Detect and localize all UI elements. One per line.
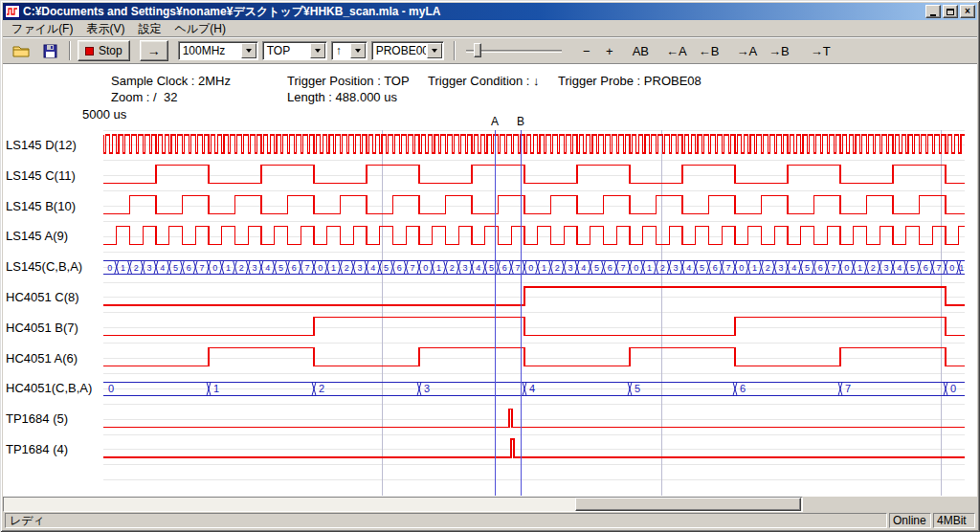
svg-text:0: 0 — [318, 263, 323, 273]
waveform-area[interactable]: 0123456701234567012345670123456701234567… — [103, 130, 965, 496]
svg-text:0: 0 — [844, 263, 849, 273]
svg-text:3: 3 — [463, 263, 468, 273]
status-memory: 4MBit — [933, 513, 975, 528]
svg-text:2: 2 — [660, 263, 665, 273]
minimize-button[interactable] — [925, 5, 941, 18]
svg-text:7: 7 — [200, 263, 205, 273]
trigger-position-text: Trigger Position : TOP — [287, 74, 410, 88]
toolbar-separator — [69, 41, 71, 60]
svg-text:6: 6 — [740, 383, 746, 394]
save-button[interactable] — [37, 40, 62, 61]
minimize-icon — [930, 14, 936, 16]
svg-text:5: 5 — [635, 383, 640, 394]
svg-text:7: 7 — [516, 263, 521, 273]
svg-text:0: 0 — [107, 263, 112, 273]
menubar: ファイル(F) 表示(V) 設定 ヘルプ(H) — [3, 20, 977, 37]
svg-text:4: 4 — [581, 263, 586, 273]
run-arrow-icon: → — [147, 43, 161, 58]
sample-clock-value: 100MHz — [179, 44, 240, 57]
svg-text:6: 6 — [502, 263, 507, 273]
horizontal-scrollbar[interactable] — [3, 497, 977, 512]
goto-a-left-button[interactable]: ←A — [662, 40, 691, 61]
scrollbar-thumb[interactable] — [575, 498, 801, 511]
svg-text:0: 0 — [950, 383, 956, 394]
svg-text:7: 7 — [726, 263, 731, 273]
svg-text:2: 2 — [871, 263, 876, 273]
svg-text:0: 0 — [739, 263, 744, 273]
svg-text:5: 5 — [278, 263, 283, 273]
svg-text:5: 5 — [594, 263, 599, 273]
menu-file[interactable]: ファイル(F) — [5, 20, 79, 38]
titlebar[interactable]: C:¥Documents and Settings¥noname¥デスクトップ¥… — [3, 3, 977, 20]
trigger-position-select[interactable]: TOP — [262, 41, 327, 60]
zoom-text: Zoom : / 32 — [111, 90, 177, 104]
goto-b-right-button[interactable]: →B — [765, 40, 793, 61]
svg-text:1: 1 — [542, 263, 546, 273]
svg-text:6: 6 — [292, 263, 297, 273]
folder-icon — [12, 44, 30, 58]
run-button[interactable]: → — [140, 40, 168, 61]
time-scale-label: 5000 us — [82, 107, 126, 122]
stop-icon — [85, 47, 94, 55]
svg-text:4: 4 — [686, 263, 691, 273]
slider-thumb[interactable] — [474, 43, 481, 57]
svg-text:6: 6 — [187, 263, 191, 273]
svg-text:7: 7 — [937, 263, 942, 273]
svg-text:0: 0 — [423, 263, 428, 273]
floppy-icon — [43, 44, 57, 58]
svg-text:0: 0 — [108, 383, 114, 394]
svg-text:5: 5 — [384, 263, 389, 273]
open-button[interactable] — [9, 40, 33, 61]
svg-text:2: 2 — [239, 263, 244, 273]
status-online: Online — [889, 513, 931, 528]
chevron-down-icon[interactable] — [310, 43, 325, 58]
svg-text:2: 2 — [555, 263, 560, 273]
menu-help[interactable]: ヘルプ(H) — [167, 20, 233, 38]
toolbar-separator — [454, 41, 456, 60]
maximize-button[interactable] — [943, 5, 958, 18]
stop-button[interactable]: Stop — [78, 40, 130, 61]
svg-text:1: 1 — [752, 263, 757, 273]
svg-text:4: 4 — [265, 263, 270, 273]
zoom-in-button[interactable]: + — [600, 40, 619, 61]
menu-view[interactable]: 表示(V) — [79, 20, 131, 38]
svg-text:0: 0 — [949, 263, 954, 273]
ab-button[interactable]: AB — [629, 40, 653, 61]
svg-text:6: 6 — [818, 263, 823, 273]
goto-b-left-button[interactable]: ←B — [695, 40, 724, 61]
trigger-probe-value: PROBE00 — [372, 44, 426, 57]
svg-text:6: 6 — [608, 263, 612, 273]
chevron-down-icon[interactable] — [241, 43, 256, 58]
svg-text:3: 3 — [147, 263, 152, 273]
goto-trigger-button[interactable]: →T — [807, 40, 835, 61]
svg-text:4: 4 — [791, 263, 796, 273]
svg-text:2: 2 — [319, 383, 324, 394]
zoom-slider[interactable] — [464, 40, 564, 61]
svg-text:7: 7 — [305, 263, 310, 273]
chevron-down-icon[interactable] — [427, 43, 442, 58]
chevron-down-icon[interactable] — [350, 43, 366, 58]
trigger-probe-select[interactable]: PROBE00 — [371, 41, 444, 60]
svg-text:0: 0 — [528, 263, 533, 273]
svg-text:0: 0 — [212, 263, 217, 273]
sample-clock-text: Sample Clock : 2MHz — [111, 74, 231, 88]
app-icon — [5, 5, 20, 18]
stop-label: Stop — [99, 44, 122, 57]
zoom-out-button[interactable]: − — [577, 40, 596, 61]
svg-text:5: 5 — [489, 263, 494, 273]
svg-text:2: 2 — [450, 263, 455, 273]
close-button[interactable]: × — [960, 5, 975, 18]
svg-text:7: 7 — [845, 383, 851, 394]
goto-a-right-button[interactable]: →A — [732, 40, 761, 61]
svg-text:2: 2 — [345, 263, 349, 273]
menu-settings[interactable]: 設定 — [131, 20, 167, 38]
svg-text:7: 7 — [832, 263, 836, 273]
length-text: Length : 488.000 us — [287, 90, 397, 104]
svg-text:5: 5 — [700, 263, 704, 273]
trigger-edge-value: ↑ — [332, 44, 349, 57]
sample-clock-select[interactable]: 100MHz — [178, 41, 258, 60]
svg-text:4: 4 — [897, 263, 902, 273]
window-title: C:¥Documents and Settings¥noname¥デスクトップ¥… — [23, 4, 922, 20]
svg-text:3: 3 — [424, 383, 430, 394]
trigger-edge-select[interactable]: ↑ — [331, 41, 368, 60]
